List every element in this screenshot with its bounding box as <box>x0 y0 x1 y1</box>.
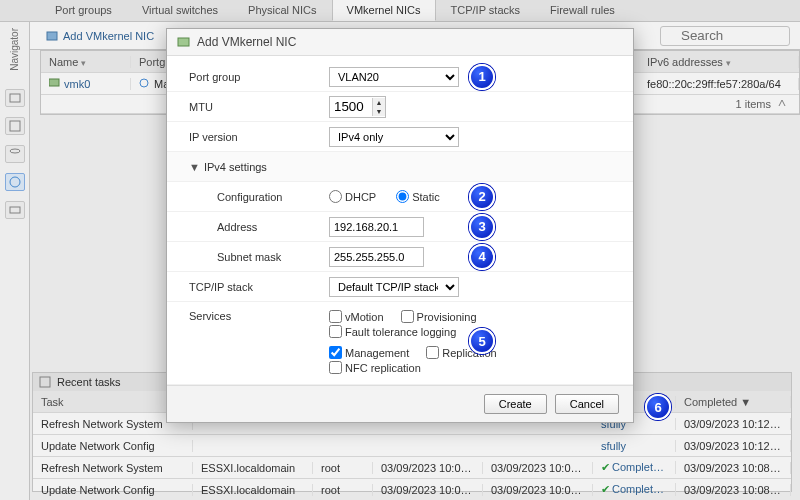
svg-rect-11 <box>178 38 189 46</box>
badge-2: 2 <box>469 184 495 210</box>
mgmt-check[interactable]: Management <box>329 346 409 359</box>
subnet-input[interactable] <box>329 247 424 267</box>
cancel-button[interactable]: Cancel <box>555 394 619 414</box>
static-radio[interactable]: Static <box>396 190 440 203</box>
row-ipversion: IP version IPv4 only <box>167 122 633 152</box>
mtu-down[interactable]: ▼ <box>373 107 385 116</box>
mtu-input[interactable] <box>330 98 372 116</box>
port-group-select[interactable]: VLAN20 <box>329 67 459 87</box>
modal-overlay: Add VMkernel NIC 1 Port group VLAN20 MTU… <box>0 0 800 500</box>
row-mtu: MTU ▲▼ <box>167 92 633 122</box>
nfc-check[interactable]: NFC replication <box>329 361 421 374</box>
row-address: 3 Address <box>167 212 633 242</box>
row-port-group: 1 Port group VLAN20 <box>167 62 633 92</box>
address-input[interactable] <box>329 217 424 237</box>
row-services: 5 Services vMotion Provisioning Fault to… <box>167 302 633 385</box>
badge-4: 4 <box>469 244 495 270</box>
create-button[interactable]: Create <box>484 394 547 414</box>
badge-6: 6 <box>645 394 671 420</box>
badge-5: 5 <box>469 328 495 354</box>
badge-1: 1 <box>469 64 495 90</box>
mtu-stepper[interactable]: ▲▼ <box>329 96 386 118</box>
modal-title: Add VMkernel NIC <box>167 29 633 56</box>
row-stack: TCP/IP stack Default TCP/IP stack <box>167 272 633 302</box>
ft-check[interactable]: Fault tolerance logging <box>329 325 456 338</box>
row-subnet: 4 Subnet mask <box>167 242 633 272</box>
nic-icon <box>177 36 191 48</box>
ipversion-select[interactable]: IPv4 only <box>329 127 459 147</box>
collapse-icon[interactable]: ▼ <box>189 161 200 173</box>
row-config: 2 Configuration DHCP Static <box>167 182 633 212</box>
provisioning-check[interactable]: Provisioning <box>401 310 477 323</box>
modal-footer: 6 Create Cancel <box>167 385 633 422</box>
stack-select[interactable]: Default TCP/IP stack <box>329 277 459 297</box>
badge-3: 3 <box>469 214 495 240</box>
row-ipv4-section[interactable]: ▼ IPv4 settings <box>167 152 633 182</box>
dhcp-radio[interactable]: DHCP <box>329 190 376 203</box>
vmotion-check[interactable]: vMotion <box>329 310 384 323</box>
mtu-up[interactable]: ▲ <box>373 98 385 107</box>
add-vmkernel-modal: Add VMkernel NIC 1 Port group VLAN20 MTU… <box>166 28 634 423</box>
